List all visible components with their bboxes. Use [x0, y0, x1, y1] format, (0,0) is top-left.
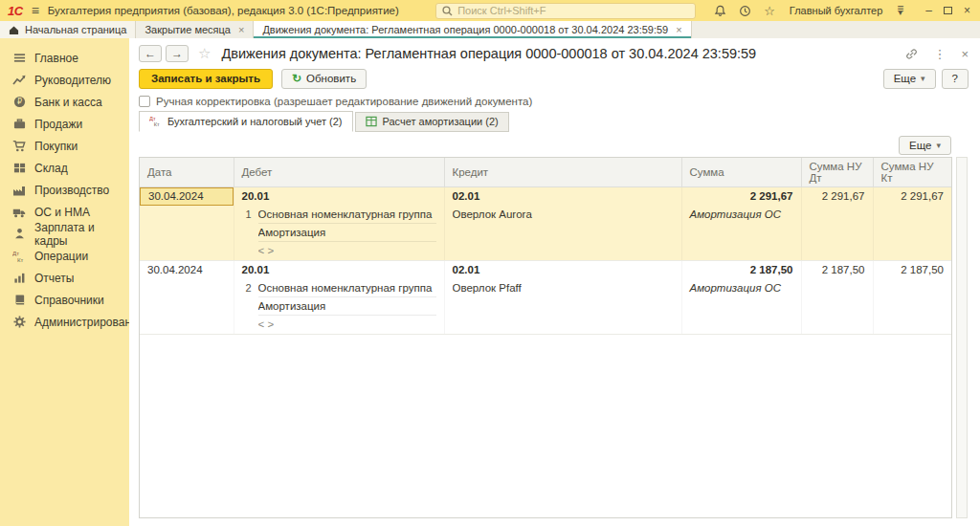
table-row[interactable]: 30.04.2024 20.01 2Основная номенклатурна…	[140, 261, 951, 335]
debit-account[interactable]: 20.01	[234, 261, 444, 279]
sidebar-item-reports[interactable]: Отчеты	[0, 267, 129, 289]
sidebar-item-label: Склад	[34, 162, 68, 175]
svg-text:Кт: Кт	[154, 121, 160, 127]
sections-sidebar: Главное Руководителю ₽ Банк и касса Прод…	[0, 38, 129, 526]
date-cell-selected[interactable]: 30.04.2024	[140, 187, 234, 206]
open-windows-tabbar: Начальная страница Закрытие месяца × Дви…	[0, 21, 980, 38]
debit-subconto-2[interactable]: Амортизация	[258, 297, 436, 316]
tab-label: Движения документа: Регламентная операци…	[262, 24, 668, 35]
amount-note[interactable]: Амортизация ОС	[682, 206, 801, 224]
search-input[interactable]	[457, 5, 689, 16]
more-button-label: Еще	[894, 73, 916, 84]
sidebar-item-warehouse[interactable]: Склад	[0, 157, 129, 179]
svg-text:Дт: Дт	[12, 250, 19, 256]
debit-subconto-1[interactable]: Основная номенклатурная группа	[258, 206, 436, 224]
amount-note[interactable]: Амортизация ОС	[682, 279, 801, 297]
favorites-star-icon[interactable]: ☆	[764, 5, 775, 17]
amount-nu-dt-value[interactable]: 2 291,67	[802, 187, 873, 206]
window-minimize-icon[interactable]: –	[925, 5, 932, 16]
window-close-icon[interactable]: ×	[964, 5, 970, 16]
chevron-down-icon: ▾	[921, 74, 925, 83]
table-more-button[interactable]: Еще ▾	[899, 136, 951, 155]
current-user-role[interactable]: Главный бухгалтер	[790, 5, 882, 16]
global-search[interactable]	[435, 3, 696, 19]
sidebar-item-salary-hr[interactable]: Зарплата и кадры	[0, 223, 129, 245]
table-header-row: Дата Дебет Кредит Сумма Сумма НУ Дт Сумм…	[140, 158, 951, 187]
row-number: 1	[234, 206, 252, 224]
tab-accounting-tax[interactable]: ДтКт Бухгалтерский и налоговый учет (2)	[139, 111, 353, 132]
tab-label: Закрытие месяца	[145, 24, 231, 35]
table-row[interactable]: 30.04.2024 20.01 1Основная номенклатурна…	[140, 187, 951, 261]
search-icon	[442, 6, 453, 16]
form-more-button[interactable]: Еще ▾	[883, 69, 936, 89]
tab-depreciation-calc[interactable]: Расчет амортизации (2)	[355, 112, 509, 132]
vertical-scrollbar[interactable]	[956, 157, 968, 518]
tab-label: Начальная страница	[25, 24, 126, 35]
column-header-amount[interactable]: Сумма	[681, 158, 801, 187]
service-settings-icon[interactable]: ≡▾	[897, 6, 903, 15]
sidebar-item-main[interactable]: Главное	[0, 47, 129, 69]
debit-subconto-3-empty[interactable]: < >	[258, 242, 275, 260]
sidebar-item-sales[interactable]: Продажи	[0, 113, 129, 135]
amount-nu-kt-value[interactable]: 2 187,50	[874, 261, 952, 279]
main-menu-icon[interactable]: ≡	[32, 3, 39, 18]
menu-lines-icon	[12, 52, 26, 65]
column-header-date[interactable]: Дата	[140, 158, 234, 187]
amount-value[interactable]: 2 291,67	[682, 187, 801, 206]
get-link-icon[interactable]	[905, 48, 918, 60]
credit-subconto-1[interactable]: Оверлок Aurora	[453, 206, 674, 224]
sidebar-item-production[interactable]: Производство	[0, 179, 129, 201]
sidebar-item-label: Продажи	[34, 118, 82, 131]
sidebar-item-purchases[interactable]: Покупки	[0, 135, 129, 157]
column-header-amount-nu-dt[interactable]: Сумма НУ Дт	[801, 158, 873, 187]
sidebar-item-label: Справочники	[34, 294, 104, 307]
tab-document-movements[interactable]: Движения документа: Регламентная операци…	[254, 21, 691, 38]
tab-label: Расчет амортизации (2)	[383, 116, 499, 127]
sidebar-item-manager[interactable]: Руководителю	[0, 69, 129, 91]
credit-account[interactable]: 02.01	[445, 187, 681, 206]
notifications-bell-icon[interactable]	[714, 5, 726, 17]
app-title: Бухгалтерия предприятия (базовая), редак…	[48, 5, 399, 16]
tab-close-icon[interactable]: ×	[676, 24, 681, 35]
debit-subconto-1[interactable]: Основная номенклатурная группа	[258, 279, 436, 297]
amount-nu-kt-value[interactable]: 2 291,67	[874, 187, 952, 206]
person-icon	[12, 228, 26, 241]
sidebar-item-label: Операции	[34, 250, 88, 263]
amount-value[interactable]: 2 187,50	[682, 261, 801, 279]
credit-subconto-1[interactable]: Оверлок Pfaff	[453, 279, 674, 297]
column-header-credit[interactable]: Кредит	[444, 158, 681, 187]
sidebar-item-bank-cash[interactable]: ₽ Банк и касса	[0, 91, 129, 113]
debit-account[interactable]: 20.01	[234, 187, 444, 206]
svg-text:₽: ₽	[16, 98, 21, 106]
boxes-grid-icon	[12, 162, 26, 175]
tab-month-closing[interactable]: Закрытие месяца ×	[136, 21, 254, 38]
column-header-amount-nu-kt[interactable]: Сумма НУ Кт	[873, 158, 951, 187]
debit-subconto-3-empty[interactable]: < >	[258, 316, 275, 334]
refresh-button[interactable]: ↻ Обновить	[281, 69, 367, 89]
manual-adjustment-checkbox[interactable]	[139, 96, 150, 107]
history-icon[interactable]	[739, 5, 751, 17]
date-cell[interactable]: 30.04.2024	[140, 261, 234, 279]
credit-account[interactable]: 02.01	[445, 261, 681, 279]
sidebar-item-directories[interactable]: Справочники	[0, 289, 129, 311]
truck-icon	[12, 206, 26, 219]
debit-subconto-2[interactable]: Амортизация	[258, 224, 436, 242]
more-dots-icon[interactable]: ⋮	[933, 48, 946, 60]
favorite-star-icon[interactable]: ☆	[198, 45, 211, 62]
table-more-label: Еще	[909, 140, 931, 151]
sidebar-item-operations[interactable]: ДтКт Операции	[0, 245, 129, 267]
help-button[interactable]: ?	[942, 69, 969, 89]
amount-nu-dt-value[interactable]: 2 187,50	[802, 261, 873, 279]
tab-home-page[interactable]: Начальная страница	[0, 21, 136, 38]
forward-button[interactable]: →	[166, 45, 189, 62]
refresh-button-label: Обновить	[306, 73, 356, 84]
window-maximize-icon[interactable]	[944, 5, 952, 16]
column-header-debit[interactable]: Дебет	[234, 158, 444, 187]
sidebar-item-administration[interactable]: Администрирование	[0, 311, 129, 333]
back-button[interactable]: ←	[139, 45, 162, 62]
book-icon	[12, 294, 26, 307]
save-and-close-button[interactable]: Записать и закрыть	[139, 69, 273, 89]
tab-close-icon[interactable]: ×	[238, 24, 244, 35]
tabbar-empty-space	[692, 21, 980, 38]
form-close-icon[interactable]: ×	[961, 48, 969, 60]
